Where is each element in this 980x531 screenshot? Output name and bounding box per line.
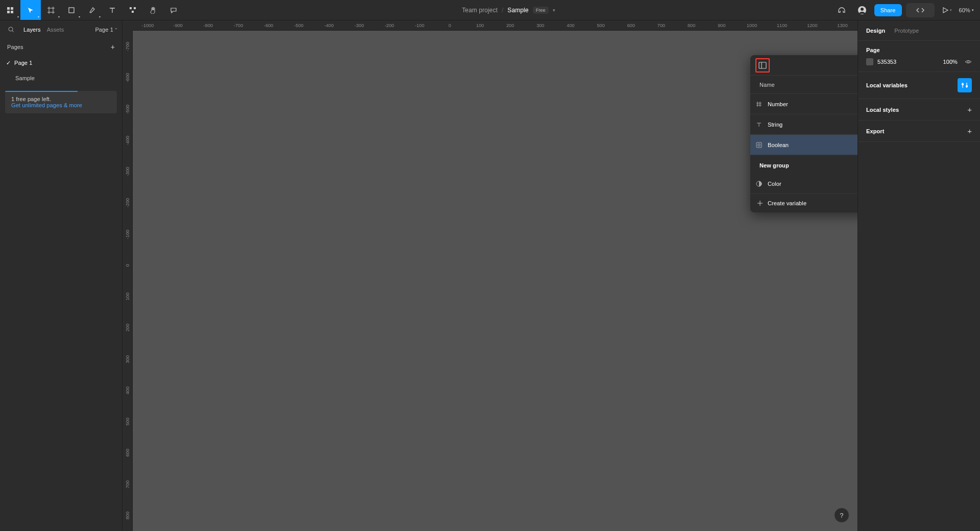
tab-prototype[interactable]: Prototype xyxy=(894,28,919,34)
variable-value[interactable]: True xyxy=(852,142,857,148)
svg-rect-16 xyxy=(759,62,766,68)
svg-rect-22 xyxy=(756,142,762,148)
collections-sidebar-toggle[interactable] xyxy=(755,58,770,73)
svg-line-15 xyxy=(12,31,14,32)
page-item[interactable]: ✓ Page 1 xyxy=(0,55,122,70)
plan-badge: Free xyxy=(533,7,549,14)
breadcrumb-separator: / xyxy=(502,7,503,14)
boolean-icon xyxy=(750,142,768,148)
ruler-corner xyxy=(122,20,133,31)
variables-panel: Beta Name Value Number 67 xyxy=(750,55,857,212)
resources-tool[interactable] xyxy=(122,0,143,20)
variable-name[interactable]: Number xyxy=(768,101,852,107)
variable-row[interactable]: String Hello World xyxy=(750,114,857,135)
add-style-button[interactable]: + xyxy=(967,105,972,114)
variable-row[interactable]: Number 67 xyxy=(750,94,857,114)
share-button[interactable]: Share xyxy=(874,4,902,16)
check-icon: ✓ xyxy=(6,60,11,66)
chevron-down-icon: ▾ xyxy=(38,15,39,18)
canvas[interactable] xyxy=(133,31,857,531)
section-title-page: Page xyxy=(866,47,972,53)
variable-name[interactable]: String xyxy=(768,122,852,128)
svg-rect-11 xyxy=(132,11,134,13)
svg-rect-8 xyxy=(69,8,74,13)
shape-tool[interactable]: ▾ xyxy=(61,0,82,20)
svg-rect-9 xyxy=(130,7,132,9)
page-color-opacity[interactable]: 100% xyxy=(943,59,958,65)
svg-rect-2 xyxy=(7,11,10,13)
svg-point-28 xyxy=(962,84,964,85)
variable-value[interactable]: 67 xyxy=(852,101,857,107)
svg-point-29 xyxy=(966,86,968,87)
comment-tool[interactable] xyxy=(163,0,184,20)
section-title-local-styles: Local styles xyxy=(866,107,899,113)
chevron-down-icon: ▾ xyxy=(972,8,974,12)
variable-row[interactable]: Color 7700EE xyxy=(750,174,857,194)
chevron-down-icon: ⌃ xyxy=(114,28,118,32)
variable-name[interactable]: Color xyxy=(768,181,852,187)
string-icon xyxy=(750,122,768,128)
main-menu-button[interactable]: ▾ xyxy=(0,0,20,20)
pen-tool[interactable]: ▾ xyxy=(82,0,102,20)
ruler-horizontal: -1000-900-800-700-600-500-400-300-200-10… xyxy=(133,20,857,31)
svg-rect-10 xyxy=(134,7,136,9)
tab-assets[interactable]: Assets xyxy=(46,25,65,35)
svg-point-13 xyxy=(861,8,864,11)
frame-tool[interactable]: ▾ xyxy=(41,0,61,20)
column-header-name: Name xyxy=(750,82,852,88)
pages-label: Pages xyxy=(7,44,23,50)
present-button[interactable]: ▾ xyxy=(939,2,955,18)
upsell-link[interactable]: Get unlimited pages & more xyxy=(11,102,82,108)
add-export-button[interactable]: + xyxy=(967,127,972,135)
variable-group-label[interactable]: New group xyxy=(750,155,857,174)
upsell-card: 1 free page left. Get unlimited pages & … xyxy=(5,91,117,113)
svg-rect-3 xyxy=(11,11,13,13)
color-icon xyxy=(750,181,768,187)
add-page-button[interactable]: + xyxy=(111,43,115,51)
text-tool[interactable] xyxy=(102,0,122,20)
file-name[interactable]: Sample xyxy=(507,7,528,14)
chevron-down-icon: ▾ xyxy=(17,15,19,18)
variable-value[interactable]: Hello World xyxy=(852,122,857,128)
zoom-control[interactable]: 60% ▾ xyxy=(959,7,974,13)
tab-layers[interactable]: Layers xyxy=(22,25,42,35)
variable-row[interactable]: Boolean True xyxy=(750,135,857,155)
svg-rect-0 xyxy=(7,7,10,10)
dev-mode-toggle[interactable] xyxy=(906,3,935,17)
layer-item[interactable]: Sample xyxy=(0,70,122,86)
tab-design[interactable]: Design xyxy=(866,28,885,34)
chevron-down-icon: ▾ xyxy=(950,8,952,12)
ruler-vertical: -700-600-500-400-300-200-100010020030040… xyxy=(122,31,133,531)
number-icon xyxy=(750,101,768,107)
hand-tool[interactable] xyxy=(143,0,163,20)
visibility-toggle[interactable] xyxy=(965,58,972,65)
chevron-down-icon: ▾ xyxy=(99,15,101,18)
chevron-down-icon[interactable]: ▾ xyxy=(553,8,555,13)
search-button[interactable] xyxy=(4,27,18,33)
page-color-hex[interactable]: 535353 xyxy=(877,59,939,65)
open-variables-button[interactable] xyxy=(958,78,972,92)
chevron-down-icon: ▾ xyxy=(58,15,60,18)
variable-value[interactable]: 7700EE xyxy=(852,180,857,187)
section-title-export: Export xyxy=(866,128,884,134)
column-header-value: Value xyxy=(852,82,857,88)
voice-chat-button[interactable] xyxy=(834,2,850,18)
svg-point-25 xyxy=(967,61,969,63)
help-button[interactable]: ? xyxy=(834,508,849,523)
chevron-down-icon: ▾ xyxy=(79,15,80,18)
create-variable-button[interactable]: Create variable xyxy=(750,194,857,212)
section-title-local-variables: Local variables xyxy=(866,82,908,88)
page-selector[interactable]: Page 1 ⌃ xyxy=(95,27,118,33)
project-name[interactable]: Team project xyxy=(462,7,498,14)
avatar[interactable] xyxy=(854,2,870,18)
page-color-swatch[interactable] xyxy=(866,58,873,65)
svg-point-14 xyxy=(9,27,13,31)
svg-rect-23 xyxy=(758,144,760,146)
svg-rect-1 xyxy=(11,7,13,10)
move-tool[interactable]: ▾ xyxy=(20,0,41,20)
variable-name[interactable]: Boolean xyxy=(768,142,852,148)
